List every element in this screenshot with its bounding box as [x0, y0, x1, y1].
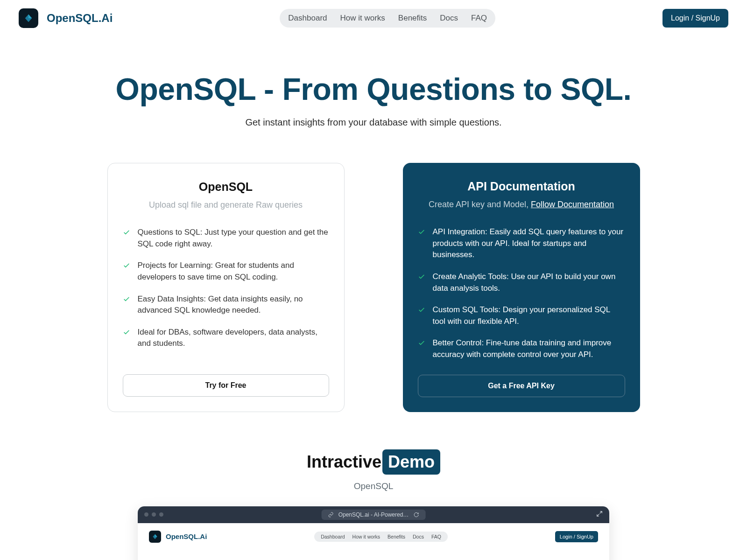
- demo-browser: OpenSQL.ai - AI-Powered… OpenSQL.Ai Dash…: [138, 506, 609, 560]
- hero: OpenSQL - From Questions to SQL. Get ins…: [0, 71, 747, 128]
- inner-nav-faq[interactable]: FAQ: [431, 534, 441, 539]
- feature-text: Easy Data Insights: Get data insights ea…: [138, 294, 329, 316]
- inner-nav-dashboard[interactable]: Dashboard: [321, 534, 345, 539]
- feature-item: Questions to SQL: Just type your questio…: [123, 227, 329, 250]
- logo-icon: [19, 8, 38, 28]
- browser-address: OpenSQL.ai - AI-Powered…: [322, 510, 426, 520]
- brand[interactable]: OpenSQL.Ai: [19, 8, 113, 28]
- inner-brand[interactable]: OpenSQL.Ai: [149, 531, 207, 543]
- inner-logo-icon: [149, 531, 161, 543]
- card-api-title: API Documentation: [418, 180, 625, 193]
- card-opensql-title: OpenSQL: [123, 180, 329, 194]
- follow-documentation-link[interactable]: Follow Documentation: [531, 200, 614, 209]
- nav-dashboard[interactable]: Dashboard: [288, 14, 327, 23]
- feature-text: API Integration: Easily add SQL query fe…: [433, 226, 625, 261]
- card-api-subtitle-text: Create API key and Model,: [429, 200, 531, 209]
- feature-text: Custom SQL Tools: Design your personaliz…: [433, 304, 625, 327]
- nav-faq[interactable]: FAQ: [471, 14, 487, 23]
- get-api-key-button[interactable]: Get a Free API Key: [418, 375, 625, 397]
- inner-nav-benefits[interactable]: Benefits: [388, 534, 405, 539]
- feature-text: Projects for Learning: Great for student…: [138, 260, 329, 283]
- demo-title-b: Demo: [382, 449, 440, 475]
- dot-icon: [159, 512, 163, 517]
- check-icon: [418, 273, 425, 280]
- feature-item: API Integration: Easily add SQL query fe…: [418, 226, 625, 261]
- feature-text: Questions to SQL: Just type your questio…: [138, 227, 329, 250]
- brand-name: OpenSQL.Ai: [47, 12, 113, 25]
- feature-item: Ideal for DBAs, software developers, dat…: [123, 327, 329, 350]
- browser-address-text: OpenSQL.ai - AI-Powered…: [338, 511, 409, 518]
- site-header: OpenSQL.Ai Dashboard How it works Benefi…: [0, 0, 747, 36]
- login-signup-button[interactable]: Login / SignUp: [662, 9, 728, 28]
- feature-item: Custom SQL Tools: Design your personaliz…: [418, 304, 625, 327]
- check-icon: [123, 295, 130, 303]
- card-api-features: API Integration: Easily add SQL query fe…: [418, 226, 625, 361]
- browser-titlebar: OpenSQL.ai - AI-Powered…: [138, 506, 609, 523]
- feature-text: Better Control: Fine-tune data training …: [433, 337, 625, 360]
- feature-item: Projects for Learning: Great for student…: [123, 260, 329, 283]
- expand-icon[interactable]: [596, 511, 603, 518]
- feature-item: Create Analytic Tools: Use our API to bu…: [418, 271, 625, 294]
- browser-body: OpenSQL.Ai Dashboard How it works Benefi…: [138, 523, 609, 560]
- cards-row: OpenSQL Upload sql file and generate Raw…: [0, 163, 747, 412]
- feature-text: Ideal for DBAs, software developers, dat…: [138, 327, 329, 350]
- demo-title: IntractiveDemo: [307, 449, 440, 475]
- check-icon: [418, 228, 425, 236]
- hero-subtitle: Get instant insights from your database …: [0, 117, 747, 128]
- link-icon: [328, 512, 334, 518]
- main-nav: Dashboard How it works Benefits Docs FAQ: [280, 9, 495, 28]
- inner-nav-docs[interactable]: Docs: [413, 534, 424, 539]
- check-icon: [418, 339, 425, 347]
- demo-heading: IntractiveDemo OpenSQL: [0, 449, 747, 491]
- feature-text: Create Analytic Tools: Use our API to bu…: [433, 271, 625, 294]
- card-opensql: OpenSQL Upload sql file and generate Raw…: [107, 163, 345, 412]
- feature-item: Better Control: Fine-tune data training …: [418, 337, 625, 360]
- feature-item: Easy Data Insights: Get data insights ea…: [123, 294, 329, 316]
- dot-icon: [152, 512, 156, 517]
- card-api-subtitle: Create API key and Model, Follow Documen…: [418, 200, 625, 210]
- card-opensql-subtitle: Upload sql file and generate Raw queries: [123, 200, 329, 210]
- inner-header: OpenSQL.Ai Dashboard How it works Benefi…: [149, 531, 598, 543]
- inner-brand-name: OpenSQL.Ai: [166, 532, 207, 540]
- check-icon: [123, 262, 130, 269]
- inner-login-button[interactable]: Login / SignUp: [555, 531, 598, 542]
- inner-nav-how[interactable]: How it works: [352, 534, 381, 539]
- check-icon: [123, 329, 130, 336]
- inner-nav: Dashboard How it works Benefits Docs FAQ: [314, 532, 448, 542]
- window-dots: [144, 512, 163, 517]
- nav-docs[interactable]: Docs: [440, 14, 458, 23]
- try-for-free-button[interactable]: Try for Free: [123, 374, 329, 397]
- demo-title-a: Intractive: [307, 452, 381, 471]
- dot-icon: [144, 512, 148, 517]
- check-icon: [123, 229, 130, 236]
- check-icon: [418, 306, 425, 314]
- card-opensql-features: Questions to SQL: Just type your questio…: [123, 227, 329, 360]
- nav-benefits[interactable]: Benefits: [398, 14, 427, 23]
- demo-sub: OpenSQL: [0, 481, 747, 491]
- hero-title: OpenSQL - From Questions to SQL.: [0, 71, 747, 107]
- nav-how-it-works[interactable]: How it works: [340, 14, 385, 23]
- reload-icon: [413, 512, 419, 518]
- card-api-docs: API Documentation Create API key and Mod…: [403, 163, 640, 412]
